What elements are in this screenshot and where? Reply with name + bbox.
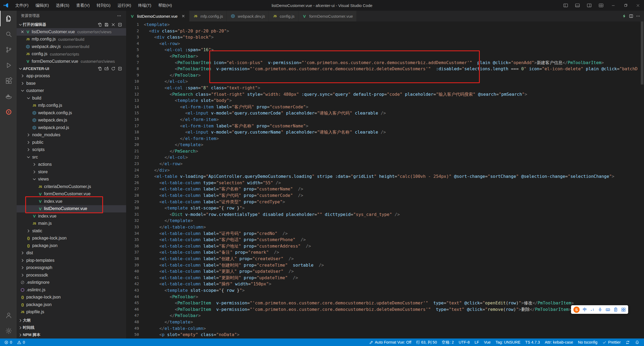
- code-line-14[interactable]: 14 <el-form-item label="客户代码" prop="cust…: [126, 104, 644, 110]
- code-editor[interactable]: 1<template>2 <div class="pl-20 pr-20 pb-…: [126, 21, 644, 338]
- tree-item-scripts[interactable]: scripts: [17, 146, 126, 154]
- code-line-37[interactable]: 37 <el-table-column label="备注" prop="rem…: [126, 249, 644, 256]
- window-close-button[interactable]: [632, 0, 644, 11]
- tree-item-build[interactable]: build: [17, 94, 126, 102]
- toggle-panel-button[interactable]: [572, 0, 583, 11]
- split-editor-icon[interactable]: [628, 13, 634, 19]
- tree-item-processsdk[interactable]: processsdk: [17, 271, 126, 279]
- menu-selection[interactable]: 选择(S): [52, 0, 73, 11]
- code-line-1[interactable]: 1<template>: [126, 21, 644, 28]
- code-line-23[interactable]: 23 </el-row>: [126, 161, 644, 167]
- tree-item-app-process[interactable]: app-process: [17, 72, 126, 80]
- code-line-43[interactable]: 43 <template slot-scope="{ row }">: [126, 287, 644, 294]
- activity-settings[interactable]: [0, 323, 17, 338]
- menu-file[interactable]: 文件(F): [12, 0, 32, 11]
- sidebar-section-2[interactable]: NPM 脚本: [17, 331, 126, 338]
- tree-item-store[interactable]: store: [17, 168, 126, 176]
- tab-mfp.config.js[interactable]: JSmfp.config.js: [189, 11, 227, 21]
- window-minimize-button[interactable]: [607, 0, 619, 11]
- code-line-15[interactable]: 15 <el-input v-model="query.customerCode…: [126, 110, 644, 116]
- code-line-29[interactable]: 29 <el-table-column label="证件类型" prop="c…: [126, 199, 644, 205]
- editor-scrollbar[interactable]: [641, 21, 643, 84]
- code-line-33[interactable]: 33 </el-table-column>: [126, 224, 644, 230]
- status-eol[interactable]: LF: [472, 338, 481, 346]
- status-indentation[interactable]: 空格: 2: [439, 338, 456, 346]
- new-folder-icon[interactable]: [103, 66, 109, 72]
- status-typescript-version[interactable]: TS 4.7.3: [523, 338, 542, 346]
- open-editor-config.js[interactable]: JSconfig.jscustomer\scripts: [17, 50, 126, 58]
- run-lightning-icon[interactable]: [621, 13, 627, 19]
- status-prettier[interactable]: Prettier: [600, 338, 623, 346]
- ime-clipboard-icon[interactable]: [613, 307, 618, 312]
- close-icon[interactable]: [19, 30, 25, 34]
- tree-item-actions[interactable]: actions: [17, 161, 126, 168]
- status-tag-casing[interactable]: Tag: UNSURE: [493, 338, 523, 346]
- code-line-49[interactable]: 49 </el-table-column>: [126, 325, 644, 332]
- ime-punctuation-icon[interactable]: [590, 307, 595, 312]
- open-editor-webpack.dev.js[interactable]: webpack.dev.jscustomer\build: [17, 43, 126, 50]
- code-line-20[interactable]: 20 </template>: [126, 142, 644, 148]
- tree-item-webpack.config.js[interactable]: webpack.config.js: [17, 109, 126, 117]
- code-line-34[interactable]: 34 <el-table-column label="证件号码" prop="c…: [126, 230, 644, 237]
- code-line-24[interactable]: 24 </div>: [126, 167, 644, 174]
- tab-webpack.dev.js[interactable]: webpack.dev.js: [227, 11, 269, 21]
- sogou-logo-icon[interactable]: S: [573, 307, 580, 313]
- code-line-48[interactable]: 48 </template>: [126, 319, 644, 325]
- tree-item-plop-templates[interactable]: plop-templates: [17, 257, 126, 264]
- code-line-25[interactable]: 25 <el-table v-loading="ApiController.qu…: [126, 173, 644, 180]
- tree-item-mfp.config.js[interactable]: JSmfp.config.js: [17, 102, 126, 109]
- activity-source-control[interactable]: [0, 42, 17, 57]
- tree-item-.eslintignore[interactable]: .eslintignore: [17, 279, 126, 286]
- activity-docker[interactable]: [0, 89, 17, 104]
- toggle-sidebar-button[interactable]: [560, 0, 572, 11]
- code-line-35[interactable]: 35 <el-table-column label="客户电话" prop="c…: [126, 237, 644, 243]
- customize-layout-button[interactable]: [595, 0, 607, 11]
- activity-account[interactable]: [0, 307, 17, 323]
- code-line-50[interactable]: 50 <p slot="empty" class="noData">: [126, 332, 644, 338]
- code-line-16[interactable]: 16 </el-form-item>: [126, 116, 644, 123]
- tree-item-base[interactable]: base: [17, 80, 126, 87]
- tree-item-dist[interactable]: dist: [17, 249, 126, 257]
- tree-item-formDemoCustomer.vue[interactable]: VformDemoCustomer.vue: [17, 190, 126, 198]
- tree-item-package.json[interactable]: {}package.json: [17, 301, 126, 308]
- status-language-mode[interactable]: Vue: [481, 338, 493, 346]
- code-line-40[interactable]: 40 <el-table-column label="更新人" prop="up…: [126, 268, 644, 275]
- new-untitled-file-icon[interactable]: [97, 21, 103, 28]
- window-restore-button[interactable]: [619, 0, 632, 11]
- tree-item-src[interactable]: src: [17, 153, 126, 161]
- code-line-2[interactable]: 2 <div class="pl-20 pr-20 pb-20">: [126, 28, 644, 34]
- more-actions-icon[interactable]: [635, 13, 641, 19]
- collapse-folders-icon[interactable]: [117, 66, 123, 72]
- code-line-3[interactable]: 3 <div class="top-block">: [126, 34, 644, 41]
- tree-item-package-lock.json[interactable]: {}package-lock.json: [17, 294, 126, 301]
- code-line-5[interactable]: 5 <el-col :span="16">: [126, 47, 644, 53]
- new-file-icon[interactable]: [97, 66, 103, 72]
- code-line-36[interactable]: 36 <el-table-column label="客户地址" prop="c…: [126, 243, 644, 249]
- status-encoding[interactable]: UTF-8: [456, 338, 472, 346]
- activity-explorer[interactable]: [0, 11, 17, 26]
- menu-view[interactable]: 查看(V): [73, 0, 93, 11]
- tab-config.js[interactable]: JSconfig.js: [269, 11, 298, 21]
- code-line-39[interactable]: 39 <el-table-column label="创建时间" prop="c…: [126, 262, 644, 268]
- close-icon[interactable]: [181, 14, 186, 19]
- open-editors-header[interactable]: 打开的编辑器: [17, 21, 126, 28]
- tree-item-customer[interactable]: customer: [17, 87, 126, 95]
- tab-listDemoCustomer.vue[interactable]: VlistDemoCustomer.vue: [126, 11, 189, 21]
- tree-item-plopfile.js[interactable]: JSplopfile.js: [17, 308, 126, 316]
- code-line-28[interactable]: 28 <el-table-column label="客户代码" prop="c…: [126, 192, 644, 199]
- tree-item-.eslintrc.js[interactable]: .eslintrc.js: [17, 286, 126, 294]
- sidebar-section-0[interactable]: 大纲: [17, 317, 126, 324]
- code-line-17[interactable]: 17 <el-form-item label="客户名称" prop="cust…: [126, 123, 644, 129]
- status-warnings[interactable]: 0: [14, 338, 27, 346]
- code-line-47[interactable]: 47 </PmToolbar>: [126, 312, 644, 319]
- sidebar-section-1[interactable]: 时间线: [17, 324, 126, 331]
- code-line-12[interactable]: 12 <PmSearch class="float-right" style="…: [126, 91, 644, 98]
- code-line-45[interactable]: 45 <PmToolbarItem v-permission="'com.pri…: [126, 300, 644, 306]
- tree-item-package.json[interactable]: {}package.json: [17, 242, 126, 249]
- code-line-11[interactable]: 11 <el-col :span="8" class="text-right">: [126, 85, 644, 91]
- code-line-18[interactable]: 18 <el-input v-model="query.customerName…: [126, 129, 644, 135]
- tree-item-package-lock.json[interactable]: {}package-lock.json: [17, 235, 126, 242]
- code-line-46[interactable]: 46 <PmToolbarItem v-permission="'com.pri…: [126, 306, 644, 313]
- close-all-editors-icon[interactable]: [110, 21, 116, 28]
- code-line-9[interactable]: 9 </PmToolbar>: [126, 72, 644, 79]
